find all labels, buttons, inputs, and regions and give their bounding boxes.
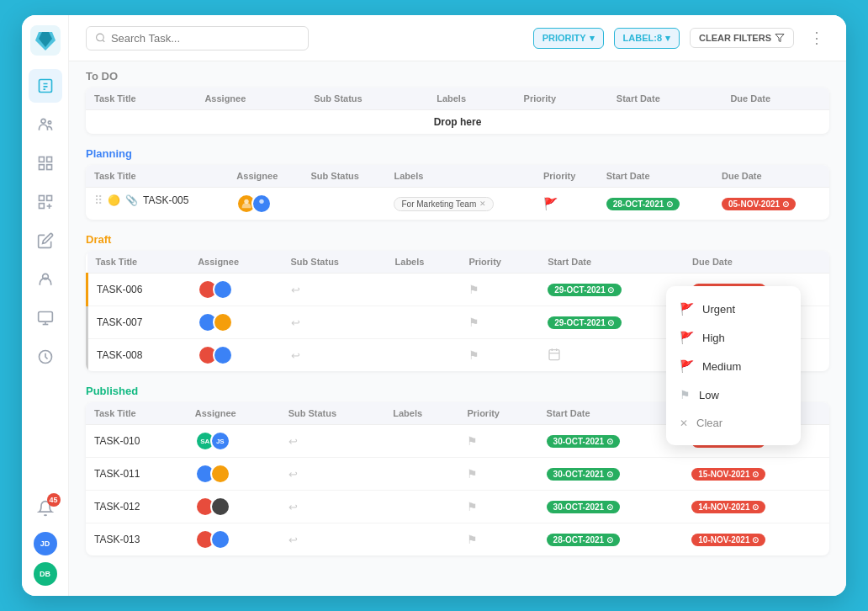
table-row: TASK-011 ↩ ⚑ 30-OCT-2021 ⊙ bbox=[86, 458, 829, 491]
task-substatus: ↩ bbox=[283, 274, 387, 306]
svg-point-8 bbox=[48, 121, 50, 124]
sidebar-item-monitor[interactable] bbox=[29, 301, 62, 335]
sidebar-item-clock[interactable] bbox=[29, 340, 62, 374]
task-substatus bbox=[302, 188, 385, 220]
task-due-date[interactable]: 05-NOV-2021 ⊙ bbox=[713, 188, 829, 220]
sidebar-item-dashboard[interactable] bbox=[29, 146, 62, 180]
task-start-date[interactable]: 30-OCT-2021 ⊙ bbox=[538, 458, 684, 491]
task-id[interactable]: TASK-011 bbox=[86, 458, 187, 491]
task-priority[interactable]: ⚑ bbox=[458, 425, 537, 458]
task-start-date[interactable]: 28-OCT-2021 ⊙ bbox=[538, 523, 684, 556]
priority-flag: ⚑ bbox=[468, 316, 479, 329]
task-substatus: ↩ bbox=[280, 523, 385, 556]
col-start-date: Start Date bbox=[539, 251, 684, 274]
priority-option-medium[interactable]: 🚩 Medium bbox=[666, 352, 801, 380]
calendar-icon bbox=[548, 348, 561, 361]
sidebar-item-modules[interactable] bbox=[29, 185, 62, 219]
drop-here-row[interactable]: Drop here bbox=[86, 110, 829, 135]
priority-medium-label: Medium bbox=[702, 360, 741, 373]
svg-rect-15 bbox=[39, 204, 44, 209]
start-date-chip: 28-OCT-2021 ⊙ bbox=[606, 198, 680, 210]
label-filter-btn[interactable]: LABEL:8 ▾ bbox=[614, 28, 680, 49]
due-date-chip: 14-NOV-2021 ⊙ bbox=[691, 501, 765, 513]
col-assignee: Assignee bbox=[187, 402, 280, 425]
task-assignees bbox=[228, 188, 302, 220]
task-labels bbox=[387, 339, 461, 372]
task-due-date[interactable]: 14-NOV-2021 ⊙ bbox=[683, 491, 829, 523]
table-row: TASK-012 ↩ ⚑ 30-OCT-2021 ⊙ bbox=[86, 491, 829, 523]
task-start-date[interactable]: 29-OCT-2021 ⊙ bbox=[539, 274, 684, 306]
label-text: For Marketing Team bbox=[401, 199, 476, 209]
col-task-title: Task Title bbox=[86, 165, 228, 188]
search-icon bbox=[95, 32, 106, 44]
sidebar-item-people[interactable] bbox=[29, 263, 62, 296]
drop-here-text[interactable]: Drop here bbox=[86, 110, 829, 135]
task-priority[interactable]: ⚑ bbox=[458, 523, 537, 556]
task-start-date[interactable]: 28-OCT-2021 ⊙ bbox=[598, 188, 713, 220]
task-id[interactable]: TASK-007 bbox=[87, 306, 190, 339]
task-assignees: SA JS bbox=[187, 425, 280, 458]
task-id[interactable]: TASK-013 bbox=[86, 523, 187, 556]
kebab-menu-btn[interactable]: ⋮ bbox=[804, 25, 829, 50]
task-labels bbox=[384, 491, 458, 523]
priority-option-high[interactable]: 🚩 High bbox=[666, 323, 801, 352]
task-due-date[interactable]: 10-NOV-2021 ⊙ bbox=[683, 523, 829, 556]
high-flag-icon: 🚩 bbox=[680, 331, 694, 344]
search-box[interactable] bbox=[86, 26, 309, 50]
priority-option-clear[interactable]: ✕ Clear bbox=[666, 409, 801, 437]
sidebar-item-notifications[interactable]: 45 bbox=[29, 491, 62, 525]
col-substatus: Sub Status bbox=[302, 165, 385, 188]
priority-option-urgent[interactable]: 🚩 Urgent bbox=[666, 295, 801, 323]
urgent-flag-icon: 🚩 bbox=[680, 302, 694, 316]
col-priority: Priority bbox=[458, 402, 537, 425]
label-remove-btn[interactable]: ✕ bbox=[479, 199, 486, 208]
svg-rect-11 bbox=[39, 165, 44, 170]
start-date-chip: 30-OCT-2021 ⊙ bbox=[547, 468, 620, 481]
priority-option-low[interactable]: ⚑ Low bbox=[666, 380, 801, 409]
task-id[interactable]: TASK-008 bbox=[87, 339, 190, 372]
task-id[interactable]: TASK-012 bbox=[86, 491, 187, 523]
due-date-chip: 15-NOV-2021 ⊙ bbox=[691, 468, 765, 481]
task-priority[interactable]: ⚑ bbox=[460, 339, 539, 372]
user-avatar-jd[interactable]: JD bbox=[34, 532, 57, 555]
col-substatus: Sub Status bbox=[305, 88, 428, 110]
sidebar-item-edit[interactable] bbox=[29, 224, 62, 258]
app-logo[interactable] bbox=[30, 25, 61, 56]
clear-filters-btn[interactable]: CLEAR FILTERS bbox=[690, 28, 794, 48]
task-priority[interactable]: ⚑ bbox=[460, 306, 539, 339]
task-id[interactable]: ⠿ 🟡 📎 TASK-005 bbox=[86, 188, 228, 213]
col-assignee: Assignee bbox=[196, 88, 305, 110]
task-start-date[interactable]: 30-OCT-2021 ⊙ bbox=[538, 491, 684, 523]
user-avatar-db[interactable]: DB bbox=[34, 562, 57, 586]
task-priority[interactable]: ⚑ bbox=[458, 458, 537, 491]
header: PRIORITY ▾ LABEL:8 ▾ CLEAR FILTERS ⋮ bbox=[69, 15, 846, 61]
task-priority[interactable]: 🚩 bbox=[535, 188, 598, 220]
sidebar-item-team[interactable] bbox=[29, 108, 62, 141]
priority-flag: ⚑ bbox=[467, 434, 478, 448]
sidebar-item-tasks[interactable] bbox=[29, 69, 62, 103]
todo-title: To DO bbox=[86, 70, 829, 82]
drag-handle[interactable]: ⠿ bbox=[94, 194, 103, 207]
due-date-chip: 10-NOV-2021 ⊙ bbox=[691, 534, 765, 546]
task-labels bbox=[384, 458, 458, 491]
col-due-date: Due Date bbox=[684, 251, 829, 274]
task-start-date[interactable]: 30-OCT-2021 ⊙ bbox=[538, 425, 684, 458]
task-start-date[interactable] bbox=[539, 339, 684, 372]
search-input[interactable] bbox=[111, 32, 299, 45]
planning-table: Task Title Assignee Sub Status Labels Pr… bbox=[86, 165, 829, 220]
task-priority[interactable]: ⚑ bbox=[458, 491, 537, 523]
clear-icon: ✕ bbox=[680, 417, 688, 429]
start-date-chip: 29-OCT-2021 ⊙ bbox=[548, 284, 621, 296]
task-priority[interactable]: ⚑ bbox=[460, 274, 539, 306]
task-id[interactable]: TASK-010 bbox=[86, 425, 187, 458]
task-due-date[interactable]: 15-NOV-2021 ⊙ bbox=[683, 458, 829, 491]
priority-filter-btn[interactable]: PRIORITY ▾ bbox=[533, 28, 604, 49]
task-labels[interactable]: For Marketing Team ✕ bbox=[385, 188, 534, 220]
svg-point-7 bbox=[41, 119, 45, 123]
priority-flag: 🚩 bbox=[543, 197, 558, 210]
task-id[interactable]: TASK-006 bbox=[87, 274, 190, 306]
task-start-date[interactable]: 29-OCT-2021 ⊙ bbox=[539, 306, 684, 339]
col-priority: Priority bbox=[516, 88, 608, 110]
table-row: ⠿ 🟡 📎 TASK-005 bbox=[86, 188, 829, 220]
col-substatus: Sub Status bbox=[280, 402, 385, 425]
